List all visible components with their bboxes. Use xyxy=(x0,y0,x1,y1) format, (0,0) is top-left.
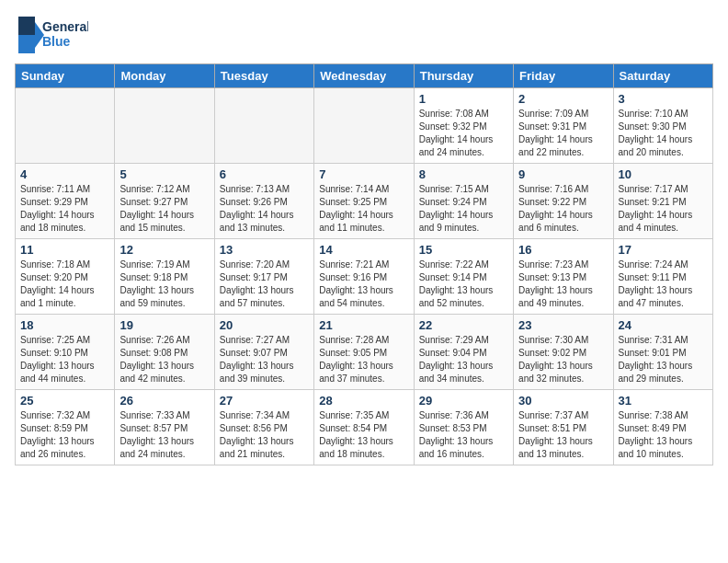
day-info: Sunrise: 7:16 AM Sunset: 9:22 PM Dayligh… xyxy=(518,183,608,235)
column-header-monday: Monday xyxy=(115,64,214,88)
day-number: 6 xyxy=(220,167,309,181)
calendar-cell: 1Sunrise: 7:08 AM Sunset: 9:32 PM Daylig… xyxy=(414,88,513,164)
column-header-wednesday: Wednesday xyxy=(314,64,414,88)
calendar-cell: 12Sunrise: 7:19 AM Sunset: 9:18 PM Dayli… xyxy=(115,239,214,315)
day-number: 20 xyxy=(220,318,309,332)
day-number: 19 xyxy=(119,318,209,332)
day-info: Sunrise: 7:17 AM Sunset: 9:21 PM Dayligh… xyxy=(619,183,708,235)
day-info: Sunrise: 7:37 AM Sunset: 8:51 PM Dayligh… xyxy=(518,409,608,461)
calendar-cell: 16Sunrise: 7:23 AM Sunset: 9:13 PM Dayli… xyxy=(514,239,613,315)
calendar-cell: 10Sunrise: 7:17 AM Sunset: 9:21 PM Dayli… xyxy=(613,164,712,239)
calendar-cell: 19Sunrise: 7:26 AM Sunset: 9:08 PM Dayli… xyxy=(115,315,214,390)
day-number: 11 xyxy=(20,243,109,257)
day-number: 5 xyxy=(119,167,209,181)
day-number: 28 xyxy=(319,394,408,408)
calendar-cell: 7Sunrise: 7:14 AM Sunset: 9:25 PM Daylig… xyxy=(314,164,414,239)
calendar-cell: 11Sunrise: 7:18 AM Sunset: 9:20 PM Dayli… xyxy=(16,239,115,315)
day-info: Sunrise: 7:29 AM Sunset: 9:04 PM Dayligh… xyxy=(419,334,508,385)
week-row-1: 1Sunrise: 7:08 AM Sunset: 9:32 PM Daylig… xyxy=(16,88,713,164)
day-number: 16 xyxy=(518,243,608,257)
day-number: 26 xyxy=(119,394,209,408)
column-header-sunday: Sunday xyxy=(16,64,115,88)
calendar-cell: 30Sunrise: 7:37 AM Sunset: 8:51 PM Dayli… xyxy=(514,390,613,465)
day-number: 4 xyxy=(20,167,109,181)
calendar-cell: 31Sunrise: 7:38 AM Sunset: 8:49 PM Dayli… xyxy=(613,390,712,465)
day-info: Sunrise: 7:19 AM Sunset: 9:18 PM Dayligh… xyxy=(119,259,209,310)
header-row: SundayMondayTuesdayWednesdayThursdayFrid… xyxy=(16,64,713,88)
day-info: Sunrise: 7:28 AM Sunset: 9:05 PM Dayligh… xyxy=(319,334,408,385)
column-header-friday: Friday xyxy=(514,64,613,88)
day-number: 3 xyxy=(619,92,708,106)
calendar-cell: 4Sunrise: 7:11 AM Sunset: 9:29 PM Daylig… xyxy=(16,164,115,239)
day-info: Sunrise: 7:08 AM Sunset: 9:32 PM Dayligh… xyxy=(419,108,508,159)
day-info: Sunrise: 7:11 AM Sunset: 9:29 PM Dayligh… xyxy=(20,183,109,235)
day-info: Sunrise: 7:27 AM Sunset: 9:07 PM Dayligh… xyxy=(220,334,309,385)
calendar-cell: 20Sunrise: 7:27 AM Sunset: 9:07 PM Dayli… xyxy=(214,315,313,390)
day-info: Sunrise: 7:15 AM Sunset: 9:24 PM Dayligh… xyxy=(419,183,508,235)
week-row-5: 25Sunrise: 7:32 AM Sunset: 8:59 PM Dayli… xyxy=(16,390,713,465)
calendar-cell: 29Sunrise: 7:36 AM Sunset: 8:53 PM Dayli… xyxy=(414,390,513,465)
day-info: Sunrise: 7:33 AM Sunset: 8:57 PM Dayligh… xyxy=(119,409,209,461)
logo-svg: GeneralBlue xyxy=(15,15,88,56)
day-info: Sunrise: 7:23 AM Sunset: 9:13 PM Dayligh… xyxy=(518,259,608,310)
calendar-cell: 24Sunrise: 7:31 AM Sunset: 9:01 PM Dayli… xyxy=(613,315,712,390)
day-info: Sunrise: 7:24 AM Sunset: 9:11 PM Dayligh… xyxy=(619,259,708,310)
day-info: Sunrise: 7:18 AM Sunset: 9:20 PM Dayligh… xyxy=(20,259,109,310)
day-info: Sunrise: 7:22 AM Sunset: 9:14 PM Dayligh… xyxy=(419,259,508,310)
day-info: Sunrise: 7:09 AM Sunset: 9:31 PM Dayligh… xyxy=(518,108,608,159)
calendar-cell: 13Sunrise: 7:20 AM Sunset: 9:17 PM Dayli… xyxy=(214,239,313,315)
calendar-cell: 9Sunrise: 7:16 AM Sunset: 9:22 PM Daylig… xyxy=(514,164,613,239)
day-number: 31 xyxy=(619,394,708,408)
day-number: 13 xyxy=(220,243,309,257)
calendar-cell: 14Sunrise: 7:21 AM Sunset: 9:16 PM Dayli… xyxy=(314,239,414,315)
calendar-cell: 5Sunrise: 7:12 AM Sunset: 9:27 PM Daylig… xyxy=(115,164,214,239)
day-info: Sunrise: 7:35 AM Sunset: 8:54 PM Dayligh… xyxy=(319,409,408,461)
day-number: 22 xyxy=(419,318,508,332)
day-info: Sunrise: 7:20 AM Sunset: 9:17 PM Dayligh… xyxy=(220,259,309,310)
calendar-cell xyxy=(16,88,115,164)
calendar-cell: 25Sunrise: 7:32 AM Sunset: 8:59 PM Dayli… xyxy=(16,390,115,465)
day-info: Sunrise: 7:14 AM Sunset: 9:25 PM Dayligh… xyxy=(319,183,408,235)
calendar-cell: 23Sunrise: 7:30 AM Sunset: 9:02 PM Dayli… xyxy=(514,315,613,390)
calendar-cell: 6Sunrise: 7:13 AM Sunset: 9:26 PM Daylig… xyxy=(214,164,313,239)
day-number: 9 xyxy=(518,167,608,181)
svg-text:General: General xyxy=(42,19,88,34)
svg-text:Blue: Blue xyxy=(42,34,71,49)
day-number: 24 xyxy=(619,318,708,332)
calendar-cell: 21Sunrise: 7:28 AM Sunset: 9:05 PM Dayli… xyxy=(314,315,414,390)
day-info: Sunrise: 7:36 AM Sunset: 8:53 PM Dayligh… xyxy=(419,409,508,461)
day-number: 30 xyxy=(518,394,608,408)
day-info: Sunrise: 7:21 AM Sunset: 9:16 PM Dayligh… xyxy=(319,259,408,310)
day-info: Sunrise: 7:25 AM Sunset: 9:10 PM Dayligh… xyxy=(20,334,109,385)
logo: GeneralBlue xyxy=(15,15,88,56)
calendar-cell xyxy=(314,88,414,164)
day-number: 27 xyxy=(220,394,309,408)
page-header: GeneralBlue xyxy=(15,15,713,56)
calendar-cell: 8Sunrise: 7:15 AM Sunset: 9:24 PM Daylig… xyxy=(414,164,513,239)
day-info: Sunrise: 7:26 AM Sunset: 9:08 PM Dayligh… xyxy=(119,334,209,385)
day-number: 21 xyxy=(319,318,408,332)
day-info: Sunrise: 7:12 AM Sunset: 9:27 PM Dayligh… xyxy=(119,183,209,235)
day-info: Sunrise: 7:10 AM Sunset: 9:30 PM Dayligh… xyxy=(619,108,708,159)
svg-marker-1 xyxy=(18,35,35,53)
calendar-cell: 26Sunrise: 7:33 AM Sunset: 8:57 PM Dayli… xyxy=(115,390,214,465)
svg-marker-0 xyxy=(18,17,35,35)
day-info: Sunrise: 7:34 AM Sunset: 8:56 PM Dayligh… xyxy=(220,409,309,461)
day-number: 8 xyxy=(419,167,508,181)
day-number: 1 xyxy=(419,92,508,106)
day-number: 2 xyxy=(518,92,608,106)
day-info: Sunrise: 7:30 AM Sunset: 9:02 PM Dayligh… xyxy=(518,334,608,385)
calendar-cell: 28Sunrise: 7:35 AM Sunset: 8:54 PM Dayli… xyxy=(314,390,414,465)
day-info: Sunrise: 7:38 AM Sunset: 8:49 PM Dayligh… xyxy=(619,409,708,461)
day-info: Sunrise: 7:31 AM Sunset: 9:01 PM Dayligh… xyxy=(619,334,708,385)
calendar-table: SundayMondayTuesdayWednesdayThursdayFrid… xyxy=(15,63,713,465)
day-number: 17 xyxy=(619,243,708,257)
column-header-saturday: Saturday xyxy=(613,64,712,88)
day-info: Sunrise: 7:32 AM Sunset: 8:59 PM Dayligh… xyxy=(20,409,109,461)
week-row-3: 11Sunrise: 7:18 AM Sunset: 9:20 PM Dayli… xyxy=(16,239,713,315)
calendar-cell xyxy=(214,88,313,164)
column-header-tuesday: Tuesday xyxy=(214,64,313,88)
calendar-cell: 2Sunrise: 7:09 AM Sunset: 9:31 PM Daylig… xyxy=(514,88,613,164)
column-header-thursday: Thursday xyxy=(414,64,513,88)
day-number: 10 xyxy=(619,167,708,181)
